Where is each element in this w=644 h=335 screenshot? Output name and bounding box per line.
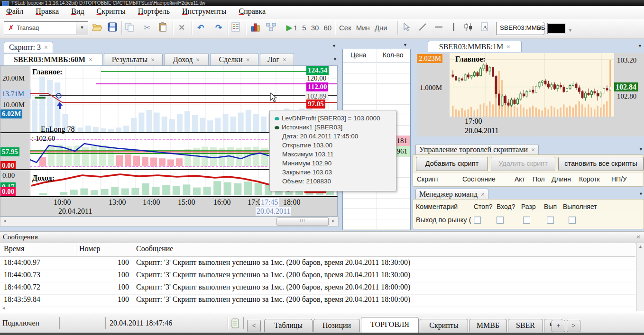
close-icon[interactable]: × — [44, 44, 48, 51]
checkbox-stop[interactable] — [474, 217, 481, 224]
horizontal-line-tool-icon[interactable] — [433, 22, 446, 34]
delete-icon[interactable]: ✕ — [175, 22, 188, 34]
timeframe-button-60[interactable]: 60 — [321, 21, 334, 35]
close-icon[interactable]: × — [196, 56, 200, 63]
vertical-line-tool-icon[interactable] — [449, 22, 461, 34]
message-row[interactable]: 18:44:00.97100Скрипт: '3' Скрипт выполне… — [0, 257, 635, 270]
command-table-row[interactable]: Выход по рынку (н — [413, 213, 643, 226]
tab-command-manager[interactable]: Менеджер команд× — [415, 189, 488, 199]
order-book-row[interactable] — [343, 73, 410, 84]
save-icon[interactable] — [107, 22, 120, 34]
minute-chart[interactable]: 2.023M 1.000M Главное: 103.20 102.80 102… — [417, 53, 644, 117]
close-icon[interactable]: × — [89, 56, 92, 63]
column-header-Разр[interactable]: Разр — [521, 203, 536, 210]
toolbar-overflow-icon[interactable]: ▼ — [568, 28, 572, 33]
scroll-left-icon[interactable]: ◄ — [1, 306, 6, 310]
close-icon[interactable]: × — [636, 232, 640, 243]
chevron-down-icon[interactable]: ▼ — [76, 22, 88, 34]
unit-button-Дни[interactable]: Дни — [372, 21, 390, 35]
column-header-НП/У[interactable]: НП/У — [611, 175, 627, 183]
properties-icon[interactable] — [231, 22, 243, 34]
undo-icon[interactable]: ↶ — [194, 22, 207, 34]
close-icon[interactable]: × — [531, 146, 535, 154]
timeframe-button-5[interactable]: 5 — [300, 21, 308, 35]
text-label-tool-icon[interactable]: A — [479, 22, 491, 34]
timeframe-button-30[interactable]: 30 — [309, 21, 322, 35]
tabs-overflow-icon[interactable]: ▼ — [333, 57, 337, 62]
scrollbar-thumb[interactable]: III — [276, 217, 329, 226]
column-header-Вход?[interactable]: Вход? — [497, 203, 515, 210]
pane-menu-icon[interactable]: ▼ — [639, 147, 643, 152]
checkbox-executed[interactable] — [547, 217, 554, 224]
tab-SBER03:ММВБ:60М[interactable]: SBER03:ММВБ:60М× — [4, 53, 102, 65]
close-icon[interactable]: × — [481, 191, 485, 198]
unit-button-Сек[interactable]: Сек — [337, 21, 354, 35]
column-header-Комментарий[interactable]: Комментарий — [416, 203, 458, 210]
scroll-right-icon[interactable]: ► — [330, 217, 337, 225]
message-row[interactable]: 18:44:00.73100Скрипт: '3' Скрипт выполне… — [0, 270, 635, 282]
order-book-row[interactable] — [343, 198, 410, 209]
status-tab-ТОРГОВЛЯ[interactable]: ТОРГОВЛЯ — [361, 317, 419, 333]
menu-Скрипты[interactable]: Скрипты — [91, 6, 132, 16]
instrument-combo[interactable]: SBER03:ММВБ ▼ — [496, 22, 544, 35]
order-book-row[interactable] — [343, 94, 410, 105]
menu-Правка[interactable]: Правка — [29, 6, 65, 16]
menu-Вид[interactable]: Вид — [65, 6, 90, 16]
order-book-row[interactable] — [343, 208, 410, 219]
menu-Портфель[interactable]: Портфель — [132, 6, 176, 16]
tab-script-3[interactable]: Скрипт: 3× — [4, 42, 53, 53]
status-tab-Таблицы[interactable]: Таблицы — [264, 319, 313, 332]
candles-tool-icon[interactable] — [463, 22, 475, 34]
pane-menu-icon[interactable]: ▼ — [332, 44, 336, 48]
column-header-Коротк[interactable]: Коротк — [579, 175, 600, 183]
message-row[interactable]: 18:43:59.84100Скрипт: '3' Скрипт выполне… — [0, 294, 635, 307]
pointer-tool-icon[interactable] — [401, 22, 414, 34]
column-header-Вып[interactable]: Вып — [544, 203, 557, 210]
column-header-Пол[interactable]: Пол — [533, 175, 545, 183]
order-book-row[interactable] — [343, 63, 410, 73]
checkbox-entry[interactable] — [497, 217, 504, 224]
transaq-connection-combo[interactable]: ✗ Transaq ▼ — [4, 21, 88, 35]
column-header-Акт[interactable]: Акт — [515, 175, 525, 183]
checkbox-allowed[interactable] — [523, 217, 530, 224]
chart-horizontal-scrollbar[interactable]: ◄ ► III — [0, 217, 339, 226]
nav-right-button[interactable]: > — [567, 320, 580, 332]
close-icon[interactable]: × — [283, 56, 286, 63]
pane-menu-icon[interactable]: ▼ — [639, 191, 643, 196]
scroll-left-icon[interactable]: ◄ — [1, 217, 9, 225]
scroll-up-icon[interactable]: ▲ — [637, 243, 644, 250]
menu-Инструменты[interactable]: Инструменты — [176, 6, 233, 16]
menu-Файл[interactable]: Файл — [0, 6, 29, 16]
cut-icon[interactable]: ✂ — [141, 22, 153, 34]
checkbox-executing[interactable] — [569, 217, 576, 224]
pane-menu-icon[interactable]: ▼ — [638, 44, 642, 48]
close-icon[interactable]: × — [151, 56, 155, 63]
column-header-Состояние[interactable]: Состояние — [462, 175, 496, 183]
menu-Справка[interactable]: Справка — [232, 6, 272, 16]
column-header-Выполняет[interactable]: Выполняет — [563, 203, 597, 210]
chart-icon[interactable] — [250, 22, 262, 34]
paste-icon[interactable] — [157, 22, 170, 34]
add-tab-button[interactable]: + — [552, 320, 565, 332]
tab-script-management[interactable]: Управление торговлей скриптами× — [415, 144, 539, 155]
tab-Доход[interactable]: Доход× — [164, 53, 209, 65]
button-становить все скрипты[interactable]: становить все скрипты — [558, 157, 644, 171]
column-header-Стоп?[interactable]: Стоп? — [474, 203, 493, 210]
button-Добавить скрипт[interactable]: Добавить скрипт — [416, 157, 488, 171]
redo-icon[interactable]: ↷ — [212, 22, 225, 34]
status-tab-ММВБ[interactable]: ММВБ — [469, 319, 507, 332]
script-scheme-icon[interactable] — [266, 22, 278, 34]
status-tab-Скрипты[interactable]: Скрипты — [420, 319, 468, 332]
tab-Сделки[interactable]: Сделки× — [210, 53, 258, 65]
column-header-Длинн[interactable]: Длинн — [552, 175, 571, 183]
status-tab-Позиции[interactable]: Позиции — [313, 319, 360, 332]
trend-line-tool-icon[interactable] — [417, 22, 430, 34]
open-folder-icon[interactable] — [92, 22, 104, 34]
tab-minute-chart[interactable]: SBER03:ММВБ:1M× — [428, 41, 522, 52]
status-tab-SBER[interactable]: SBER — [508, 319, 543, 332]
tab-Лог[interactable]: Лог× — [260, 53, 294, 65]
unit-button-Мин[interactable]: Мин — [354, 21, 372, 35]
column-header-Скрипт[interactable]: Скрипт — [417, 175, 439, 183]
nav-left-button[interactable]: < — [247, 320, 261, 332]
timeframe-button-1[interactable]: 1 — [291, 21, 300, 35]
